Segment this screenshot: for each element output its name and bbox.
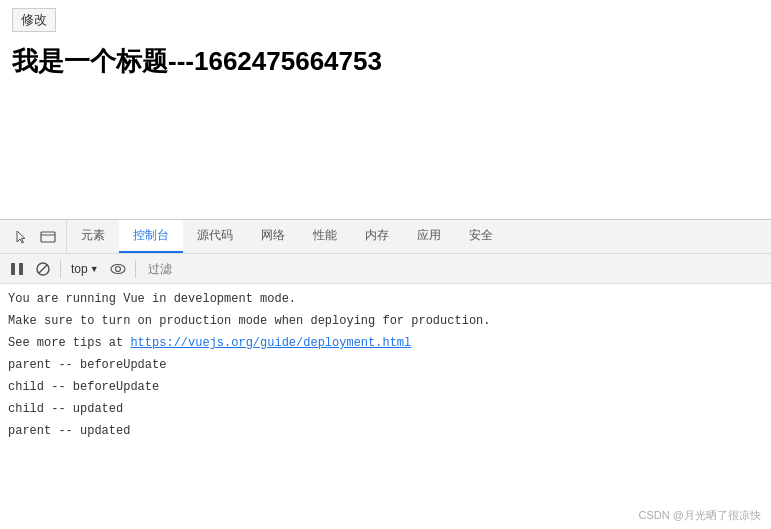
- console-line: child -- updated: [8, 398, 763, 420]
- watermark: CSDN @月光晒了很凉快: [639, 508, 761, 523]
- svg-rect-3: [19, 263, 23, 275]
- filter-input[interactable]: [142, 260, 765, 278]
- console-text: child -- beforeUpdate: [8, 378, 763, 396]
- console-text: parent -- updated: [8, 422, 763, 440]
- svg-rect-0: [41, 232, 55, 242]
- console-text: parent -- beforeUpdate: [8, 356, 763, 374]
- console-text-before: See more tips at: [8, 336, 130, 350]
- top-dropdown[interactable]: top ▼: [67, 260, 103, 278]
- svg-point-7: [115, 266, 120, 271]
- console-line: You are running Vue in development mode.: [8, 288, 763, 310]
- tab-elements[interactable]: 元素: [67, 220, 119, 253]
- console-output: You are running Vue in development mode.…: [0, 284, 771, 529]
- console-line: Make sure to turn on production mode whe…: [8, 310, 763, 332]
- tab-application[interactable]: 应用: [403, 220, 455, 253]
- console-line: child -- beforeUpdate: [8, 376, 763, 398]
- devtools-toolbar: top ▼: [0, 254, 771, 284]
- devtools-tab-list: 元素 控制台 源代码 网络 性能 内存 应用 安全: [67, 220, 507, 253]
- devtools-tabs-row: 元素 控制台 源代码 网络 性能 内存 应用 安全: [0, 220, 771, 254]
- console-text: Make sure to turn on production mode whe…: [8, 312, 763, 330]
- dropdown-arrow: ▼: [90, 264, 99, 274]
- console-text: child -- updated: [8, 400, 763, 418]
- tab-console[interactable]: 控制台: [119, 220, 183, 253]
- deployment-link[interactable]: https://vuejs.org/guide/deployment.html: [130, 336, 411, 350]
- toolbar-separator-1: [60, 260, 61, 278]
- devtools-tab-icons: [4, 220, 67, 253]
- block-icon[interactable]: [32, 258, 54, 280]
- tab-network[interactable]: 网络: [247, 220, 299, 253]
- console-line: parent -- beforeUpdate: [8, 354, 763, 376]
- tab-sources[interactable]: 源代码: [183, 220, 247, 253]
- eye-icon[interactable]: [107, 258, 129, 280]
- box-icon[interactable]: [38, 227, 58, 247]
- console-text: You are running Vue in development mode.: [8, 290, 763, 308]
- play-icon[interactable]: [6, 258, 28, 280]
- devtools-panel: 元素 控制台 源代码 网络 性能 内存 应用 安全 top ▼: [0, 219, 771, 529]
- svg-rect-2: [11, 263, 15, 275]
- svg-line-5: [39, 264, 48, 273]
- svg-point-6: [111, 264, 125, 273]
- tab-security[interactable]: 安全: [455, 220, 507, 253]
- edit-button[interactable]: 修改: [12, 8, 56, 32]
- console-line: parent -- updated: [8, 420, 763, 442]
- page-title: 我是一个标题---1662475664753: [12, 44, 759, 79]
- console-line-link: See more tips at https://vuejs.org/guide…: [8, 332, 763, 354]
- tab-memory[interactable]: 内存: [351, 220, 403, 253]
- tab-performance[interactable]: 性能: [299, 220, 351, 253]
- top-content-area: 修改 我是一个标题---1662475664753: [0, 0, 771, 160]
- console-text: See more tips at https://vuejs.org/guide…: [8, 334, 763, 352]
- cursor-icon[interactable]: [12, 227, 32, 247]
- top-label: top: [71, 262, 88, 276]
- toolbar-separator-2: [135, 260, 136, 278]
